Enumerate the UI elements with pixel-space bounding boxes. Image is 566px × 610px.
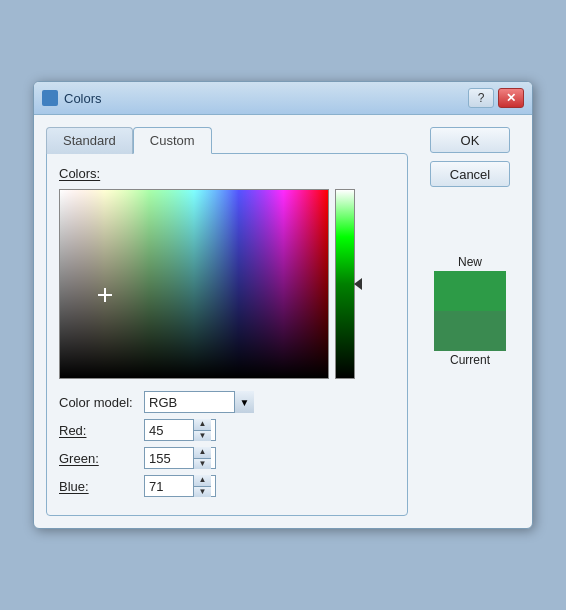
title-bar-left: Colors bbox=[42, 90, 102, 106]
red-spin-down[interactable]: ▼ bbox=[194, 431, 211, 442]
new-label: New bbox=[434, 255, 506, 269]
green-input[interactable] bbox=[145, 448, 193, 468]
green-spinbox: ▲ ▼ bbox=[144, 447, 216, 469]
title-bar: Colors ? ✕ bbox=[34, 82, 532, 115]
red-row: Red: ▲ ▼ bbox=[59, 419, 395, 441]
blue-row: Blue: ▲ ▼ bbox=[59, 475, 395, 497]
tab-content: Colors: bbox=[46, 153, 408, 516]
dialog-title: Colors bbox=[64, 91, 102, 106]
spectrum-black-layer bbox=[60, 190, 328, 378]
green-row: Green: ▲ ▼ bbox=[59, 447, 395, 469]
green-spin-buttons: ▲ ▼ bbox=[193, 447, 211, 469]
red-spin-up[interactable]: ▲ bbox=[194, 419, 211, 431]
blue-spin-buttons: ▲ ▼ bbox=[193, 475, 211, 497]
blue-label: Blue: bbox=[59, 479, 144, 494]
color-model-select[interactable]: RGB HSL bbox=[144, 391, 254, 413]
close-button[interactable]: ✕ bbox=[498, 88, 524, 108]
color-model-label: Color model: bbox=[59, 395, 144, 410]
color-preview: New Current bbox=[434, 255, 506, 367]
help-button[interactable]: ? bbox=[468, 88, 494, 108]
color-spectrum[interactable] bbox=[59, 189, 329, 379]
color-picker-container bbox=[59, 189, 395, 379]
green-label: Green: bbox=[59, 451, 144, 466]
hue-arrow-indicator bbox=[354, 278, 362, 290]
tab-custom[interactable]: Custom bbox=[133, 127, 212, 154]
blue-spin-up[interactable]: ▲ bbox=[194, 475, 211, 487]
left-panel: Standard Custom Colors: bbox=[46, 127, 408, 516]
dialog-body: Standard Custom Colors: bbox=[34, 115, 532, 528]
ok-button[interactable]: OK bbox=[430, 127, 510, 153]
dialog-icon bbox=[42, 90, 58, 106]
cancel-button[interactable]: Cancel bbox=[430, 161, 510, 187]
hue-slider-wrapper bbox=[335, 189, 355, 379]
red-input[interactable] bbox=[145, 420, 193, 440]
colors-label: Colors: bbox=[59, 166, 395, 181]
colors-dialog: Colors ? ✕ Standard Custom Colors: bbox=[33, 81, 533, 529]
hue-slider[interactable] bbox=[335, 189, 355, 379]
blue-spinbox: ▲ ▼ bbox=[144, 475, 216, 497]
red-spin-buttons: ▲ ▼ bbox=[193, 419, 211, 441]
right-panel: OK Cancel New Current bbox=[420, 127, 520, 516]
blue-spin-down[interactable]: ▼ bbox=[194, 487, 211, 498]
current-color-swatch bbox=[434, 311, 506, 351]
blue-input[interactable] bbox=[145, 476, 193, 496]
title-buttons: ? ✕ bbox=[468, 88, 524, 108]
red-spinbox: ▲ ▼ bbox=[144, 419, 216, 441]
tabs: Standard Custom bbox=[46, 127, 408, 154]
color-model-row: Color model: RGB HSL ▼ bbox=[59, 391, 395, 413]
tab-standard[interactable]: Standard bbox=[46, 127, 133, 154]
current-label: Current bbox=[434, 353, 506, 367]
green-spin-down[interactable]: ▼ bbox=[194, 459, 211, 470]
new-color-swatch bbox=[434, 271, 506, 311]
green-spin-up[interactable]: ▲ bbox=[194, 447, 211, 459]
red-label: Red: bbox=[59, 423, 144, 438]
color-model-select-wrapper: RGB HSL ▼ bbox=[144, 391, 254, 413]
